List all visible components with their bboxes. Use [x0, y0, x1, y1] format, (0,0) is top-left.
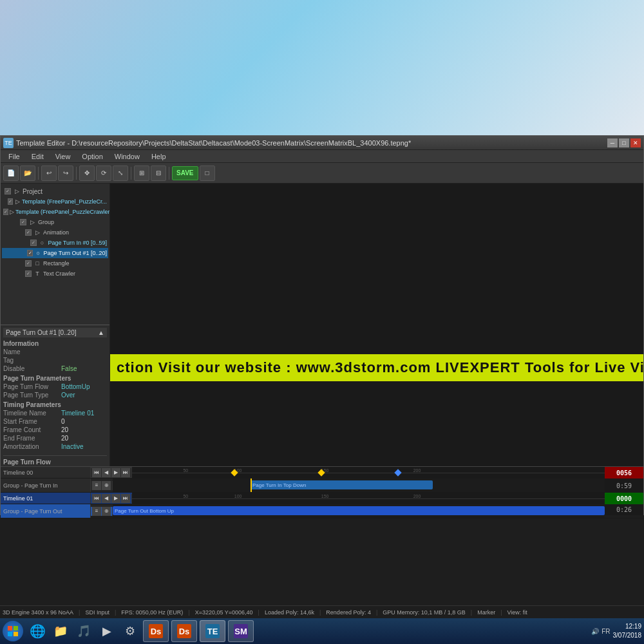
tree-item-animation[interactable]: ✓ ▷ Animation	[2, 227, 108, 238]
prop-row-timeline-name: Timeline Name Timeline 01	[3, 410, 107, 417]
page-turn-out-icon: ○	[34, 249, 42, 258]
explorer-icon: 📁	[53, 623, 68, 639]
start-button[interactable]	[3, 621, 23, 641]
tree-item-group[interactable]: ✓ ▷ Group	[2, 217, 108, 227]
extra-icon: ⚙	[122, 623, 138, 639]
preview-area[interactable]: ction Visit our website : www.3dstorm.co…	[110, 184, 643, 466]
prop-collapse-icon[interactable]: ▲	[98, 329, 104, 336]
checkbox-page-turn-in[interactable]: ✓	[30, 240, 37, 246]
taskbar-app-sm[interactable]: SM	[228, 620, 254, 642]
window-title: Template Editor - D:\resourceRepository\…	[16, 139, 411, 147]
tl01-prev-btn[interactable]: ◀	[102, 494, 111, 503]
prop-row-flow: Page Turn Flow BottomUp	[3, 383, 107, 390]
checkbox-template-full[interactable]: ✓	[3, 209, 8, 215]
tree-item-page-turn-out[interactable]: ✓ ○ Page Turn Out #1 [0..20]	[2, 248, 108, 258]
status-engine: 3D Engine 3400 x 96 NoAA	[3, 609, 73, 616]
taskbar-app-te[interactable]: TE	[200, 620, 225, 642]
menu-view[interactable]: View	[50, 151, 76, 162]
status-bar: 3D Engine 3400 x 96 NoAA | SDI Input | F…	[0, 605, 644, 618]
timeline-00-ruler: 50 100 150 200	[132, 467, 643, 478]
timeline-00-track-content[interactable]: Page Turn In Top Down	[113, 478, 605, 492]
tl01-track-b[interactable]: ⊕	[102, 507, 111, 516]
save-button[interactable]: SAVE	[172, 166, 198, 180]
taskbar-explorer[interactable]: 📁	[49, 621, 72, 641]
menu-help[interactable]: Help	[146, 151, 171, 162]
tree-item-page-turn-in[interactable]: ✓ ○ Page Turn In #0 [0..59]	[2, 238, 108, 248]
project-tree[interactable]: ✓ ▷ Project ✓ ▷ Template (FreePanel_Puzz…	[1, 184, 109, 325]
toolbar-move[interactable]: ✥	[79, 166, 95, 181]
svg-rect-2	[8, 632, 12, 636]
checkbox-rectangle[interactable]: ✓	[25, 260, 32, 267]
tl00-end-btn[interactable]: ⏭	[121, 468, 130, 477]
checkbox-project[interactable]: ✓	[5, 188, 11, 194]
status-gpu: GPU Memory: 10,1 MB / 1,8 GB	[383, 609, 466, 616]
template-icon-1: ▷	[14, 197, 21, 206]
timeline-01-track-content[interactable]: Page Turn Out Bottom Up	[113, 504, 605, 518]
rectangle-icon: □	[33, 259, 42, 268]
toolbar-rotate[interactable]: ⟳	[96, 166, 111, 181]
prop-row-tag: Tag	[3, 357, 107, 364]
checkbox-text-crawler[interactable]: ✓	[25, 270, 32, 277]
timeline-00-block: Page Turn In Top Down	[251, 480, 433, 489]
tray-volume[interactable]: 🔊	[591, 628, 599, 635]
taskbar-media[interactable]: 🎵	[72, 621, 95, 641]
menu-window[interactable]: Window	[109, 151, 145, 162]
tree-item-project[interactable]: ✓ ▷ Project	[2, 186, 108, 196]
tl00-next-btn[interactable]: ▶	[111, 468, 120, 477]
title-bar: TE Template Editor - D:\resourceReposito…	[1, 136, 643, 150]
taskbar-ie[interactable]: 🌐	[26, 621, 49, 641]
tl01-track-a[interactable]: ≡	[92, 507, 101, 516]
animation-icon: ▷	[33, 228, 42, 237]
tl01-end-btn[interactable]: ⏭	[121, 494, 130, 503]
toolbar-undo[interactable]: ↩	[41, 166, 57, 181]
toolbar-align[interactable]: ⊞	[134, 166, 149, 181]
te-icon: TE	[205, 624, 220, 638]
prop-section-timing: Timing Parameters	[3, 401, 107, 408]
ds1-icon: Ds	[149, 624, 163, 638]
tl00-play-btn[interactable]: ⏮	[92, 468, 101, 477]
tl01-play-btn[interactable]: ⏮	[92, 494, 101, 503]
tree-item-template-short[interactable]: ✓ ▷ Template (FreePanel_PuzzleCr...	[2, 196, 108, 207]
tl01-next-btn[interactable]: ▶	[111, 494, 120, 503]
ticker-display: ction Visit our website : www.3dstorm.co…	[110, 354, 643, 381]
prop-footer-title: Page Turn Flow	[3, 459, 107, 466]
checkbox-page-turn-out[interactable]: ✓	[27, 250, 33, 256]
tree-item-rectangle[interactable]: ✓ □ Rectangle	[2, 258, 108, 269]
menu-file[interactable]: File	[3, 151, 25, 162]
close-button[interactable]: ✕	[630, 138, 641, 147]
checkbox-group[interactable]: ✓	[20, 219, 26, 225]
windows-logo	[7, 625, 19, 637]
timeline-01-block: Page Turn Out Bottom Up	[113, 506, 605, 515]
taskbar-app-ds2[interactable]: Ds	[171, 620, 197, 642]
tree-item-text-crawler[interactable]: ✓ T Text Crawler	[2, 269, 108, 279]
toolbar-scale[interactable]: ⤡	[113, 166, 128, 181]
timeline-00-header: Timeline 00 ⏮ ◀ ▶ ⏭ 50 100 150 200	[1, 467, 643, 478]
tl00-track-a[interactable]: ≡	[92, 481, 101, 490]
app-window: TE Template Editor - D:\resourceReposito…	[0, 135, 644, 515]
sm-icon: SM	[234, 624, 248, 638]
maximize-button[interactable]: □	[619, 138, 629, 147]
app-icon: TE	[3, 138, 14, 148]
tree-item-template-full[interactable]: ✓ ▷ Template (FreePanel_PuzzleCrawler)	[2, 207, 108, 217]
taskbar-app-ds1[interactable]: Ds	[143, 620, 169, 642]
prop-section-pageturn: Page Turn Parameters	[3, 375, 107, 382]
toolbar-redo[interactable]: ↪	[58, 166, 73, 181]
toolbar-new[interactable]: 📄	[3, 166, 19, 181]
ie-icon: 🌐	[30, 623, 45, 639]
timeline-00-counter: 0056	[605, 467, 643, 478]
tl00-prev-btn[interactable]: ◀	[102, 468, 111, 477]
toolbar-open[interactable]: 📂	[20, 166, 35, 181]
toolbar-distribute[interactable]: ⊟	[151, 166, 166, 181]
taskbar-vlc[interactable]: ▶	[95, 621, 118, 641]
menu-option[interactable]: Option	[77, 151, 108, 162]
timeline-01-header: Timeline 01 ⏮ ◀ ▶ ⏭ 50 100 150 200 0000	[1, 493, 643, 504]
checkbox-template-short[interactable]: ✓	[8, 198, 13, 205]
menu-edit[interactable]: Edit	[26, 151, 49, 162]
taskbar-extra[interactable]: ⚙	[118, 621, 142, 641]
minimize-button[interactable]: ─	[607, 138, 618, 147]
toolbar-extra[interactable]: □	[200, 166, 215, 181]
timeline-01-label: Timeline 01	[1, 493, 91, 504]
prop-header[interactable]: Page Turn Out #1 [0..20] ▲	[3, 328, 107, 337]
tl00-track-b[interactable]: ⊕	[102, 481, 111, 490]
checkbox-animation[interactable]: ✓	[25, 229, 32, 236]
